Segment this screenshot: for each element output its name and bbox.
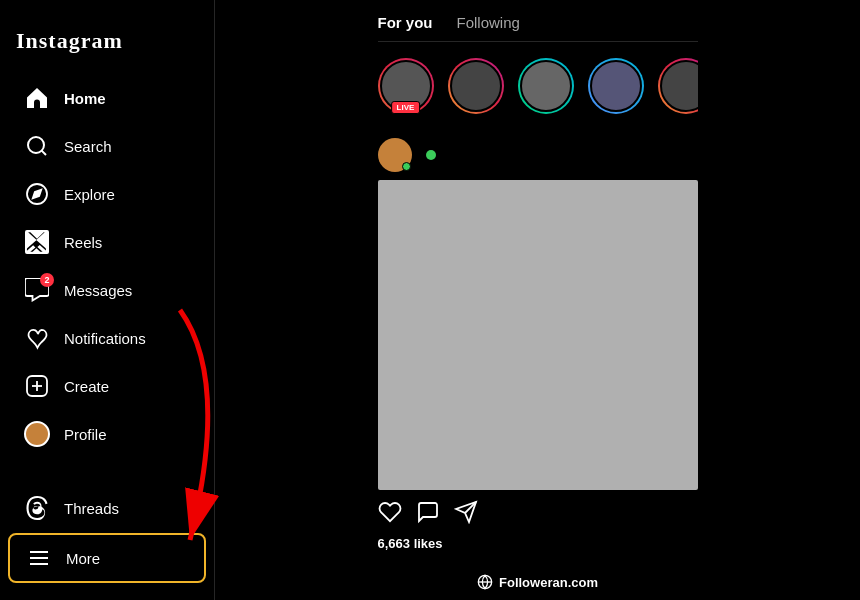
globe-icon <box>477 574 493 590</box>
comment-button[interactable] <box>416 500 440 530</box>
sidebar-item-notifications-label: Notifications <box>64 330 146 347</box>
sidebar-item-profile[interactable]: Profile <box>8 411 206 457</box>
story-ring-2 <box>448 58 504 114</box>
watermark: Followeran.com <box>215 564 860 600</box>
instagram-logo: Instagram <box>0 16 214 74</box>
post-container: 6,663 likes <box>378 130 698 557</box>
tab-for-you[interactable]: For you <box>378 14 433 31</box>
create-icon <box>24 373 50 399</box>
more-icon <box>26 545 52 571</box>
like-button[interactable] <box>378 500 402 530</box>
story-1[interactable]: LIVE <box>378 58 434 114</box>
sidebar-item-notifications[interactable]: Notifications <box>8 315 206 361</box>
svg-marker-3 <box>33 190 41 198</box>
story-3[interactable] <box>518 58 574 114</box>
sidebar-item-search-label: Search <box>64 138 112 155</box>
svg-line-1 <box>42 151 46 155</box>
sidebar-item-explore[interactable]: Explore <box>8 171 206 217</box>
messages-badge: 2 <box>40 273 54 287</box>
sidebar-item-create-label: Create <box>64 378 109 395</box>
live-badge: LIVE <box>391 101 421 114</box>
search-icon <box>24 133 50 159</box>
svg-point-0 <box>28 137 44 153</box>
sidebar-item-threads[interactable]: Threads <box>8 485 206 531</box>
sidebar-item-messages[interactable]: 2 Messages <box>8 267 206 313</box>
feed-tabs: For you Following <box>378 0 698 42</box>
story-ring-5 <box>658 58 698 114</box>
sidebar-item-more-label: More <box>66 550 100 567</box>
sidebar: Instagram Home Search Explore Reels 2 Me… <box>0 0 215 600</box>
messages-icon: 2 <box>24 277 50 303</box>
sidebar-item-search[interactable]: Search <box>8 123 206 169</box>
share-button[interactable] <box>454 500 478 530</box>
main-feed: For you Following LIVE <box>215 0 860 600</box>
sidebar-item-reels[interactable]: Reels <box>8 219 206 265</box>
notifications-icon <box>24 325 50 351</box>
sidebar-item-explore-label: Explore <box>64 186 115 203</box>
story-ring-4 <box>588 58 644 114</box>
story-2[interactable] <box>448 58 504 114</box>
online-indicator <box>402 162 411 171</box>
post-avatar[interactable] <box>378 138 412 172</box>
post-actions <box>378 490 698 534</box>
sidebar-item-create[interactable]: Create <box>8 363 206 409</box>
watermark-text: Followeran.com <box>499 575 598 590</box>
sidebar-bottom: Threads More <box>0 484 214 584</box>
threads-icon <box>24 495 50 521</box>
post-header <box>378 130 698 180</box>
post-likes: 6,663 likes <box>378 534 698 557</box>
tab-following[interactable]: Following <box>457 14 520 31</box>
story-ring-3 <box>518 58 574 114</box>
sidebar-item-reels-label: Reels <box>64 234 102 251</box>
sidebar-item-more[interactable]: More <box>8 533 206 583</box>
sidebar-item-threads-label: Threads <box>64 500 119 517</box>
story-4[interactable] <box>588 58 644 114</box>
sidebar-item-profile-label: Profile <box>64 426 107 443</box>
sidebar-item-messages-label: Messages <box>64 282 132 299</box>
sidebar-item-home-label: Home <box>64 90 106 107</box>
home-icon <box>24 85 50 111</box>
online-dot-separate <box>426 150 436 160</box>
post-image <box>378 180 698 490</box>
profile-icon <box>24 421 50 447</box>
reels-icon <box>24 229 50 255</box>
sidebar-item-home[interactable]: Home <box>8 75 206 121</box>
explore-icon <box>24 181 50 207</box>
story-5[interactable] <box>658 58 698 114</box>
story-ring-1: LIVE <box>378 58 434 114</box>
stories-row: LIVE <box>378 50 698 126</box>
